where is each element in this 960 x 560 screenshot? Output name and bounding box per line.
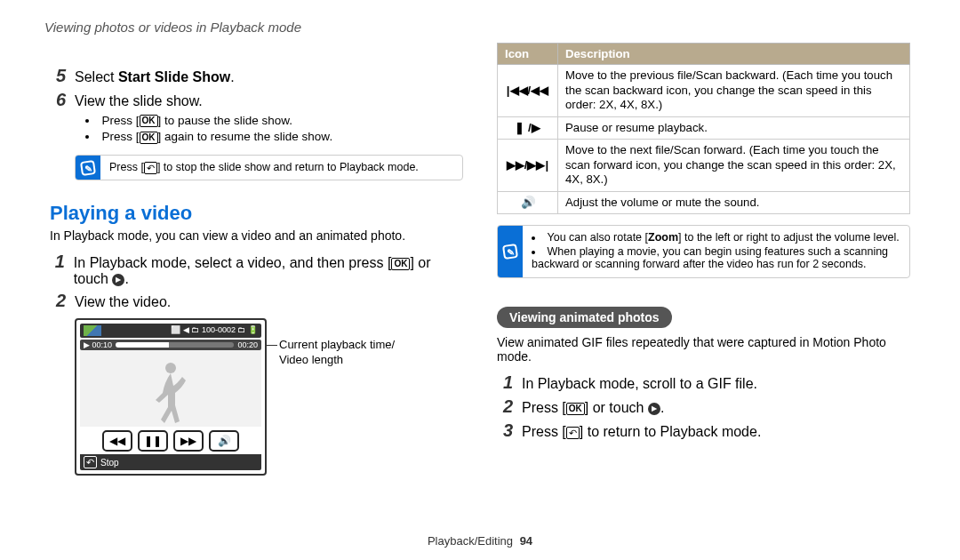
table-row: 🔊 Adjust the volume or mute the sound. [498, 191, 910, 214]
icon-next-scanfwd: ▶▶/▶▶| [498, 140, 558, 192]
back-icon: ↶ [144, 162, 157, 174]
step-2: 2 Press [OK] or touch ▶. [497, 396, 910, 417]
forward-button[interactable]: ▶▶ [173, 430, 204, 452]
right-column: Icon Description |◀◀/◀◀ Move to the prev… [497, 43, 910, 546]
note-icon: ✎ [76, 156, 100, 180]
table-row: ▶▶/▶▶| Move to the next file/Scan forwar… [498, 140, 910, 192]
note-text: You can also rotate [Zoom] to the left o… [523, 226, 909, 277]
desc-cell: Move to the next file/Scan forward. (Eac… [558, 140, 910, 192]
step-text: In Playback mode, scroll to a GIF file. [522, 376, 757, 392]
ok-icon: OK [391, 258, 410, 270]
step-text: In Playback mode, select a video, and th… [74, 255, 463, 287]
step-text: View the slide show. [75, 93, 203, 109]
step-text: Press [↶] to return to Playback mode. [522, 424, 761, 440]
play-icon: ▶ [648, 403, 660, 415]
left-column: 5 Select Start Slide Show. 6 View the sl… [50, 43, 463, 546]
screenshot-caption: Current playback time/Video length [279, 338, 395, 368]
desc-cell: Pause or resume playback. [558, 116, 910, 140]
ok-icon: OK [140, 115, 158, 127]
pause-button[interactable]: ❚❚ [138, 430, 168, 452]
stop-label: Stop [100, 458, 119, 468]
play-icon: ▶ [112, 274, 124, 286]
video-player-screenshot: ⬜ ◀ 🗀 100-0002 🗀 🔋 ▶ 00:10 00:20 ◀◀ ❚❚ ▶… [75, 318, 267, 476]
note-zoom-volume: ✎ You can also rotate [Zoom] to the left… [497, 225, 910, 278]
svg-point-0 [165, 363, 176, 373]
desc-cell: Move to the previous file/Scan backward.… [558, 65, 910, 117]
desc-cell: Adjust the volume or mute the sound. [558, 191, 910, 214]
icon-prev-scanback: |◀◀/◀◀ [498, 65, 558, 117]
ok-icon: OK [566, 403, 585, 415]
step-3: 3 Press [↶] to return to Playback mode. [497, 420, 910, 441]
section-intro: In Playback mode, you can view a video a… [50, 228, 463, 243]
thumbnail-icon [84, 325, 101, 336]
step-1: 1 In Playback mode, scroll to a GIF file… [497, 372, 910, 393]
section-playing-video: Playing a video [50, 202, 463, 225]
table-row: ❚ /▶ Pause or resume playback. [498, 116, 910, 140]
step-text: Select Start Slide Show. [75, 69, 235, 85]
subheading-animated-photos: Viewing animated photos [497, 307, 672, 328]
note-text: Press [↶] to stop the slide show and ret… [100, 156, 462, 180]
back-icon: ↶ [566, 427, 580, 439]
step-number: 2 [497, 396, 513, 417]
rewind-button[interactable]: ◀◀ [102, 430, 132, 452]
pill-intro: View animated GIF files repeatedly that … [497, 335, 910, 364]
play-video-steps: 1 In Playback mode, select a video, and … [50, 252, 463, 311]
th-desc: Description [558, 44, 910, 65]
page-footer: Playback/Editing 94 [0, 534, 960, 548]
slideshow-steps: 5 Select Start Slide Show. 6 View the sl… [50, 66, 463, 110]
icon-volume: 🔊 [498, 191, 558, 214]
table-row: |◀◀/◀◀ Move to the previous file/Scan ba… [498, 65, 910, 117]
step-number: 1 [50, 252, 65, 272]
step-2: 2 View the video. [50, 291, 463, 311]
bullet: Press [OK] to pause the slide show. [85, 114, 463, 128]
ok-icon: OK [140, 132, 158, 144]
step-text: Press [OK] or touch ▶. [522, 400, 664, 416]
controls-table: Icon Description |◀◀/◀◀ Move to the prev… [497, 43, 910, 214]
volume-button[interactable]: 🔊 [209, 430, 239, 452]
step-number: 5 [50, 66, 66, 86]
step-6: 6 View the slide show. [50, 90, 463, 110]
back-icon: ↶ [84, 456, 97, 468]
note-icon: ✎ [498, 226, 523, 277]
slideshow-sub-bullets: Press [OK] to pause the slide show. Pres… [85, 114, 463, 144]
status-icons: ⬜ ◀ 🗀 100-0002 🗀 🔋 [171, 325, 258, 336]
step-text: View the video. [75, 294, 171, 310]
note-slideshow-stop: ✎ Press [↶] to stop the slide show and r… [75, 155, 463, 180]
step-number: 1 [497, 372, 513, 393]
dancer-silhouette [148, 361, 193, 427]
bullet: Press [OK] again to resume the slide sho… [85, 130, 463, 144]
step-number: 6 [50, 90, 66, 110]
th-icon: Icon [498, 44, 558, 65]
icon-pause-play: ❚ /▶ [498, 116, 558, 140]
step-number: 3 [497, 420, 513, 441]
breadcrumb-header: Viewing photos or videos in Playback mod… [44, 20, 301, 35]
step-number: 2 [50, 291, 66, 311]
gif-steps: 1 In Playback mode, scroll to a GIF file… [497, 372, 910, 441]
step-1: 1 In Playback mode, select a video, and … [50, 252, 463, 287]
step-5: 5 Select Start Slide Show. [50, 66, 463, 86]
